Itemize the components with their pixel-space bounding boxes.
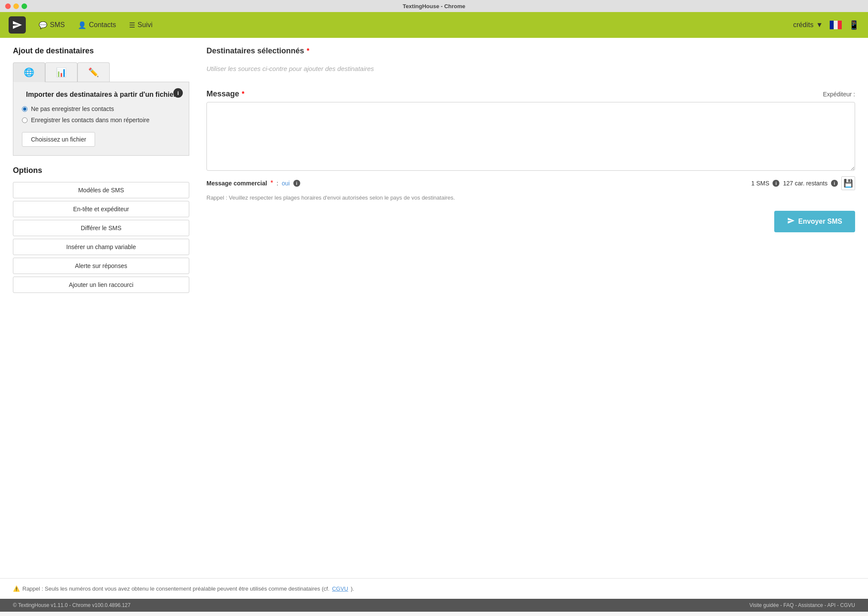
nav-items: 💬 SMS 👤 Contacts ☰ Suivi bbox=[39, 21, 780, 29]
credits-label: crédits bbox=[793, 21, 813, 29]
message-required-star: * bbox=[242, 90, 244, 98]
sms-icon: 💬 bbox=[39, 21, 47, 29]
car-restants: 127 car. restants bbox=[783, 180, 828, 187]
tab-globe[interactable]: 🌐 bbox=[13, 62, 45, 82]
import-title: Importer des destinataires à partir d'un… bbox=[22, 91, 180, 99]
nav-contacts-label: Contacts bbox=[89, 21, 116, 29]
car-restants-info-icon[interactable]: i bbox=[831, 180, 838, 187]
destinataires-title: Destinataires sélectionnés bbox=[206, 46, 304, 55]
msg-stats: 1 SMS i 127 car. restants i 💾 bbox=[751, 176, 855, 190]
message-section: Message * Expéditeur : Message commercia… bbox=[206, 89, 855, 232]
svg-rect-0 bbox=[830, 21, 834, 29]
close-button[interactable] bbox=[5, 3, 11, 9]
expediteur-label: Expéditeur : bbox=[823, 91, 855, 98]
option-entete[interactable]: En-tête et expéditeur bbox=[13, 201, 189, 217]
navbar: 💬 SMS 👤 Contacts ☰ Suivi crédits ▼ 📱 bbox=[0, 12, 868, 38]
window-title: TextingHouse - Chrome bbox=[403, 3, 465, 9]
option-differer[interactable]: Différer le SMS bbox=[13, 220, 189, 236]
rappel-text: Rappel : Veuillez respecter les plages h… bbox=[206, 194, 855, 202]
suivi-icon: ☰ bbox=[129, 21, 135, 29]
radio-no-save[interactable]: Ne pas enregistrer les contacts bbox=[22, 105, 180, 112]
logo[interactable] bbox=[9, 16, 26, 34]
choose-file-button[interactable]: Choisissez un fichier bbox=[22, 132, 95, 147]
add-recipients-title: Ajout de destinataires bbox=[13, 46, 189, 55]
bottom-bar: © TextingHouse v1.11.0 - Chrome v100.0.4… bbox=[0, 599, 868, 612]
nav-sms-label: SMS bbox=[50, 21, 65, 29]
commercial-row: Message commercial * : oui i 1 SMS i 127… bbox=[206, 176, 855, 190]
destinataires-placeholder: Utiliser les sources ci-contre pour ajou… bbox=[206, 61, 855, 77]
option-lien[interactable]: Ajouter un lien raccourci bbox=[13, 277, 189, 293]
commercial-label: Message commercial bbox=[206, 180, 267, 187]
radio-save-input[interactable] bbox=[22, 117, 28, 123]
footer-notice: ⚠️ Rappel : Seuls les numéros dont vous … bbox=[0, 578, 868, 599]
option-alerte[interactable]: Alerte sur réponses bbox=[13, 258, 189, 274]
option-champ-variable[interactable]: Insérer un champ variable bbox=[13, 239, 189, 255]
send-icon bbox=[787, 217, 795, 226]
maximize-button[interactable] bbox=[22, 3, 27, 9]
navbar-right: crédits ▼ 📱 bbox=[793, 20, 859, 30]
oui-link[interactable]: oui bbox=[282, 180, 290, 187]
save-icon: 💾 bbox=[843, 179, 853, 188]
radio-group: Ne pas enregistrer les contacts Enregist… bbox=[22, 105, 180, 123]
warning-icon: ⚠️ bbox=[13, 585, 20, 592]
nav-contacts[interactable]: 👤 Contacts bbox=[78, 21, 116, 29]
tab-edit[interactable]: ✏️ bbox=[77, 62, 110, 82]
footer-closing-paren: ). bbox=[351, 585, 354, 592]
footer-notice-text: Rappel : Seuls les numéros dont vous ave… bbox=[22, 585, 329, 592]
info-icon[interactable]: i bbox=[173, 88, 183, 98]
save-template-button[interactable]: 💾 bbox=[841, 176, 855, 190]
svg-rect-2 bbox=[838, 21, 842, 29]
mobile-icon[interactable]: 📱 bbox=[849, 20, 859, 30]
colon-separator: : bbox=[277, 180, 278, 187]
nav-suivi[interactable]: ☰ Suivi bbox=[129, 21, 153, 29]
message-label: Message bbox=[206, 89, 239, 99]
commercial-required-star: * bbox=[271, 179, 273, 187]
send-btn-container: Envoyer SMS bbox=[206, 211, 855, 232]
radio-no-save-input[interactable] bbox=[22, 106, 28, 112]
import-box: i Importer des destinataires à partir d'… bbox=[13, 82, 189, 156]
nav-suivi-label: Suivi bbox=[138, 21, 153, 29]
radio-no-save-label: Ne pas enregistrer les contacts bbox=[31, 105, 114, 112]
send-sms-button[interactable]: Envoyer SMS bbox=[774, 211, 855, 232]
main-content: Ajout de destinataires 🌐 📊 ✏️ i Importer… bbox=[0, 38, 868, 578]
flag-icon[interactable] bbox=[830, 21, 842, 29]
window-controls[interactable] bbox=[5, 3, 27, 9]
message-footer: Message commercial * : oui i 1 SMS i 127… bbox=[206, 176, 855, 202]
contacts-icon: 👤 bbox=[78, 21, 86, 29]
edit-icon: ✏️ bbox=[88, 68, 99, 77]
title-bar: TextingHouse - Chrome bbox=[0, 0, 868, 12]
radio-save[interactable]: Enregistrer les contacts dans mon répert… bbox=[22, 117, 180, 123]
globe-icon: 🌐 bbox=[24, 68, 34, 77]
tab-excel[interactable]: 📊 bbox=[45, 62, 77, 82]
sms-count: 1 SMS bbox=[751, 180, 769, 187]
destinataires-header: Destinataires sélectionnés * bbox=[206, 46, 855, 55]
option-modeles[interactable]: Modèles de SMS bbox=[13, 182, 189, 198]
options-list: Modèles de SMS En-tête et expéditeur Dif… bbox=[13, 182, 189, 293]
minimize-button[interactable] bbox=[13, 3, 19, 9]
options-title: Options bbox=[13, 166, 189, 175]
copyright-text: © TextingHouse v1.11.0 - Chrome v100.0.4… bbox=[13, 602, 130, 608]
chevron-down-icon: ▼ bbox=[816, 21, 823, 29]
send-btn-label: Envoyer SMS bbox=[798, 218, 842, 225]
options-section: Options Modèles de SMS En-tête et expédi… bbox=[13, 166, 189, 293]
radio-save-label: Enregistrer les contacts dans mon répert… bbox=[31, 117, 149, 123]
sms-count-info-icon[interactable]: i bbox=[773, 180, 779, 187]
footer-links[interactable]: Visite guidée - FAQ - Assistance - API -… bbox=[749, 602, 855, 608]
credits-button[interactable]: crédits ▼ bbox=[793, 21, 823, 29]
commercial-info-icon[interactable]: i bbox=[293, 180, 300, 187]
nav-sms[interactable]: 💬 SMS bbox=[39, 21, 65, 29]
right-panel: Destinataires sélectionnés * Utiliser le… bbox=[202, 46, 855, 570]
message-title-group: Message * bbox=[206, 89, 244, 99]
message-textarea[interactable] bbox=[206, 102, 855, 171]
cgvu-link[interactable]: CGVU bbox=[332, 585, 348, 592]
required-star: * bbox=[307, 47, 309, 55]
left-panel: Ajout de destinataires 🌐 📊 ✏️ i Importer… bbox=[13, 46, 202, 570]
tabs-container: 🌐 📊 ✏️ bbox=[13, 62, 189, 82]
excel-icon: 📊 bbox=[56, 68, 67, 77]
message-header: Message * Expéditeur : bbox=[206, 89, 855, 99]
destinataires-section: Destinataires sélectionnés * Utiliser le… bbox=[206, 46, 855, 77]
svg-rect-1 bbox=[834, 21, 837, 29]
